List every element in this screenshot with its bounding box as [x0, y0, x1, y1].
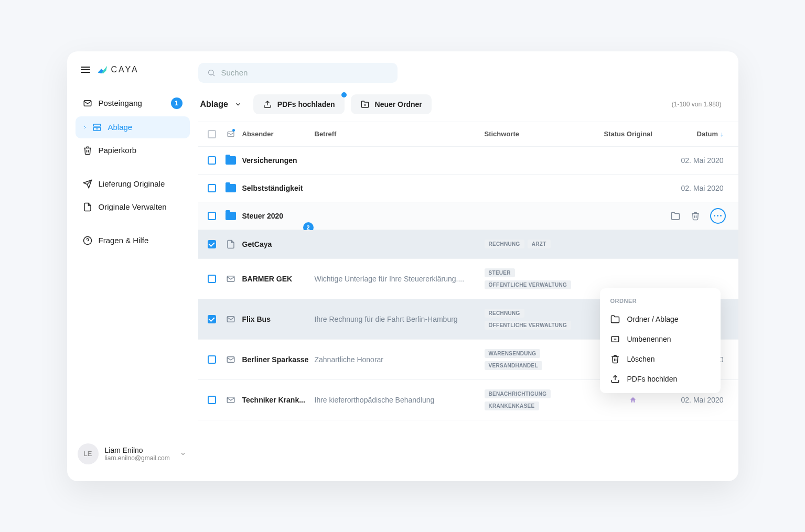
folder-icon [226, 212, 236, 220]
sidebar: CAYA Posteingang1AblagePapierkorbLieferu… [67, 51, 198, 481]
menu-icon[interactable] [81, 67, 90, 73]
search-field[interactable] [198, 63, 398, 83]
sidebar-item-papierkorb[interactable]: Papierkorb [76, 139, 190, 161]
table-row[interactable]: Selbstständigkeit02. Mai 2020 [198, 175, 738, 202]
toolbar: Ablage PDFs hochladen Neuer Ordner (1-10… [198, 92, 738, 122]
sender-cell: Flix Bus [242, 315, 310, 323]
row-checkbox[interactable] [208, 212, 216, 220]
user-menu[interactable]: LE Liam Enilno liam.enilno@gmail.com [76, 439, 190, 469]
tag: STEUER [485, 268, 515, 277]
tag: BENACHRICHTIGUNG [485, 389, 551, 398]
sidebar-item-ablage[interactable]: Ablage [76, 116, 190, 138]
tag: RECHNUNG [485, 309, 524, 318]
upload-icon [610, 374, 620, 384]
search-input[interactable] [221, 68, 389, 77]
main: Ablage PDFs hochladen Neuer Ordner (1-10… [198, 51, 738, 481]
breadcrumb[interactable]: Ablage [198, 100, 247, 109]
folder-outline-icon [610, 314, 620, 324]
chevron-right-icon [83, 123, 88, 132]
folder-icon [226, 184, 236, 192]
tag: RECHNUNG [485, 240, 524, 248]
sidebar-item-label: Lieferung Originale [99, 179, 165, 188]
context-menu-title: ORDNER [600, 296, 721, 309]
tag: WARENSENDUNG [485, 349, 541, 358]
sender-cell: Versicherungen [242, 156, 310, 165]
sidebar-item-originale-verwalten[interactable]: Originale Verwalten [76, 196, 190, 218]
col-sender[interactable]: Absender [242, 130, 310, 138]
tags-cell: RECHNUNGÖFFENTLICHE VERWALTUNG [485, 309, 600, 330]
search-bar [198, 63, 724, 83]
sender-cell: Berliner Sparkasse [242, 355, 310, 364]
trash-icon[interactable] [690, 211, 701, 221]
help-icon [83, 236, 92, 245]
table-header: Absender Betreff Stichworte Status Origi… [198, 122, 738, 147]
sender-cell: BARMER GEK [242, 275, 310, 283]
row-checkbox[interactable] [208, 184, 216, 192]
tag: ARZT [528, 240, 551, 248]
subject-cell: Ihre kieferorthopädische Behandlung [315, 396, 480, 404]
sender-cell: Steuer 2020 [242, 212, 310, 220]
sidebar-item-label: Papierkorb [99, 146, 137, 155]
header: CAYA [76, 64, 190, 88]
table-row[interactable]: Steuer 20202 [198, 202, 738, 230]
app-window: CAYA Posteingang1AblagePapierkorbLieferu… [67, 51, 738, 481]
date-cell: 02. Mai 2020 [666, 156, 724, 165]
trash-icon [610, 354, 620, 364]
table-row[interactable]: GetCayaRECHNUNGARZT [198, 230, 738, 259]
mail-icon [83, 99, 92, 108]
date-cell: 02. Mai 2020 [666, 184, 724, 192]
upload-icon [263, 100, 272, 109]
row-checkbox[interactable] [208, 240, 216, 248]
bird-icon [96, 64, 108, 75]
user-email: liam.enilno@gmail.com [105, 454, 170, 462]
context-menu-label: PDFs hochlden [627, 375, 678, 383]
tag: ÖFFENTLICHE VERWALTUNG [485, 321, 572, 330]
sidebar-item-fragen-hilfe[interactable]: Fragen & Hilfe [76, 230, 190, 252]
brand-text: CAYA [111, 65, 139, 74]
subject-cell: Wichtige Unterlage für Ihre Steuererklär… [315, 275, 480, 283]
mail-icon [226, 355, 235, 364]
svg-rect-1 [93, 124, 101, 126]
nav: Posteingang1AblagePapierkorbLieferung Or… [76, 91, 190, 252]
row-checkbox[interactable] [208, 396, 216, 404]
file-icon [226, 240, 235, 249]
more-button[interactable] [710, 208, 726, 224]
folder-plus-icon [360, 100, 370, 109]
col-date[interactable]: Datum↓ [666, 130, 724, 138]
context-menu-item[interactable]: Umbenennen [600, 329, 721, 349]
tag: ÖFFENTLICHE VERWALTUNG [485, 280, 572, 289]
col-subject[interactable]: Betreff [315, 130, 480, 138]
mail-icon [226, 395, 235, 405]
select-all-checkbox[interactable] [208, 130, 216, 138]
tags-cell: BENACHRICHTIGUNGKRANKENKASEE [485, 389, 600, 410]
tag: KRANKENKASEE [485, 401, 539, 410]
search-icon [207, 68, 216, 78]
svg-line-9 [213, 74, 214, 76]
col-status[interactable]: Status Original [604, 130, 662, 138]
row-checkbox[interactable] [208, 315, 216, 323]
mail-icon [226, 314, 235, 324]
context-menu-item[interactable]: Ordner / Ablage [600, 309, 721, 329]
context-menu-label: Umbenennen [627, 335, 671, 343]
sidebar-item-posteingang[interactable]: Posteingang1 [76, 91, 190, 115]
col-tags[interactable]: Stichworte [485, 130, 600, 138]
row-checkbox[interactable] [208, 355, 216, 364]
read-status-icon[interactable] [226, 129, 235, 139]
sidebar-item-lieferung-originale[interactable]: Lieferung Originale [76, 173, 190, 195]
row-checkbox[interactable] [208, 156, 216, 165]
rename-icon [610, 334, 620, 344]
sender-cell: GetCaya [242, 240, 310, 248]
upload-pdf-label: PDFs hochladen [277, 100, 335, 108]
tag: VERSANDHANDEL [485, 361, 542, 370]
context-menu-item[interactable]: PDFs hochlden [600, 369, 721, 389]
chevron-down-icon [233, 100, 243, 109]
row-checkbox[interactable] [208, 275, 216, 283]
context-menu-item[interactable]: Löschen [600, 349, 721, 369]
folder-outline-icon[interactable] [670, 211, 681, 221]
breadcrumb-label: Ablage [200, 100, 228, 109]
sidebar-item-label: Fragen & Hilfe [99, 236, 149, 245]
upload-pdf-button[interactable]: PDFs hochladen [253, 94, 345, 114]
table-row[interactable]: Versicherungen02. Mai 2020 [198, 147, 738, 175]
new-folder-button[interactable]: Neuer Ordner [351, 94, 432, 114]
trash-icon [83, 146, 92, 155]
